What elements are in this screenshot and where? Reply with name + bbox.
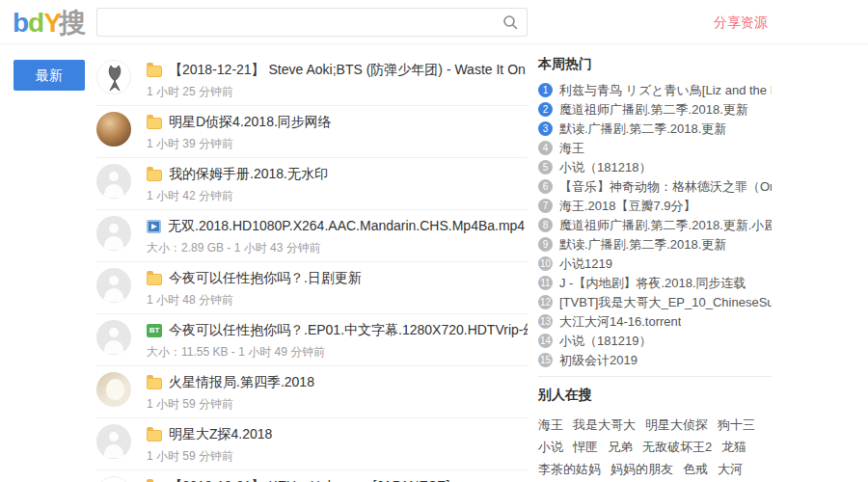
rank-badge: 1: [538, 83, 553, 97]
list-item[interactable]: 今夜可以任性抱你吗？.日剧更新 1 小时 48 分钟前: [96, 262, 528, 314]
default-avatar: [96, 424, 131, 459]
hot-item-label[interactable]: 【音乐】神奇动物：格林德沃之罪（Original ...: [559, 179, 772, 194]
hot-item[interactable]: 5小说（181218）: [538, 160, 772, 174]
list-item[interactable]: BT今夜可以任性抱你吗？.EP01.中文字幕.1280X720.HDTVrip-…: [96, 314, 528, 366]
hot-item[interactable]: 12[TVBT]我是大哥大_EP_10_ChineseSubbed_E...: [538, 295, 772, 309]
result-title[interactable]: 我的保姆手册.2018.无水印: [169, 166, 328, 183]
default-avatar: [96, 164, 131, 199]
search-tag[interactable]: 海王: [538, 415, 563, 436]
search-tag[interactable]: 龙猫: [721, 437, 746, 458]
hot-item-label[interactable]: 默读.广播剧.第二季.2018.更新: [559, 237, 726, 252]
right-sidebar: 本周热门 1利兹与青鸟 リズと青い鳥[Liz and the Blue B...…: [538, 56, 772, 482]
search-tag-cloud: 海王我是大哥大明星大侦探狗十三小说悍匪兄弟无敌破坏王2龙猫李茶的姑妈妈妈的朋友色…: [538, 414, 772, 482]
rank-badge: 3: [538, 121, 553, 136]
hot-item-label[interactable]: 小说1219: [559, 256, 612, 271]
result-title[interactable]: 火星情报局.第四季.2018: [169, 374, 314, 391]
hot-item-label[interactable]: 小说（181219）: [559, 334, 651, 348]
photo-avatar: [96, 112, 131, 147]
search-input[interactable]: [96, 8, 528, 37]
hot-item-label[interactable]: 大江大河14-16.torrent: [559, 314, 681, 329]
list-item[interactable]: 【2018-12-21】 Steve Aoki;BTS (防弹少年团) - Wa…: [96, 54, 528, 106]
result-title[interactable]: 明星D侦探4.2018.同步网络: [169, 114, 332, 131]
folder-icon: [147, 378, 162, 389]
rank-badge: 8: [538, 218, 553, 232]
hot-item-label[interactable]: 利兹与青鸟 リズと青い鳥[Liz and the Blue B...: [559, 83, 772, 97]
result-title[interactable]: 【2018-12-21】 KEY – Hologram [JAPANESE]: [169, 478, 449, 482]
search-tag[interactable]: 兄弟: [608, 437, 633, 458]
bt-icon: BT: [147, 324, 162, 337]
hot-item[interactable]: 7海王.2018【豆瓣7.9分】: [538, 199, 772, 213]
site-logo[interactable]: bdY搜: [13, 5, 85, 41]
result-meta: 大小：11.55 KB - 1 小时 49 分钟前: [147, 344, 528, 361]
hot-weekly-title: 本周热门: [538, 56, 772, 73]
result-meta: 大小：2.89 GB - 1 小时 43 分钟前: [147, 240, 528, 256]
hot-item[interactable]: 4海王: [538, 141, 772, 155]
search-tag[interactable]: 狗十三: [718, 415, 755, 436]
rank-badge: 9: [538, 237, 553, 252]
search-tag[interactable]: 无敌破坏王2: [642, 437, 712, 458]
hot-item[interactable]: 6【音乐】神奇动物：格林德沃之罪（Original ...: [538, 179, 772, 194]
hot-item[interactable]: 15初级会计2019: [538, 353, 772, 367]
list-item[interactable]: 明星D侦探4.2018.同步网络 1 小时 39 分钟前: [96, 106, 528, 158]
bear-avatar: [96, 372, 131, 407]
list-item[interactable]: 无双.2018.HD1080P.X264.AAC.Mandarin.CHS.Mp…: [96, 210, 528, 262]
hot-item-label[interactable]: 魔道祖师广播剧.第二季.2018.更新: [559, 102, 748, 117]
result-title[interactable]: 今夜可以任性抱你吗？.EP01.中文字幕.1280X720.HDTVrip-幻月…: [169, 322, 528, 339]
list-item[interactable]: 我的保姆手册.2018.无水印 1 小时 42 分钟前: [96, 158, 528, 210]
search-tag[interactable]: 李茶的姑妈: [538, 459, 601, 480]
hot-item-label[interactable]: 小说（181218）: [559, 160, 651, 174]
hot-item[interactable]: 10小说1219: [538, 256, 772, 271]
folder-icon: [147, 170, 162, 181]
hot-item-label[interactable]: 默读.广播剧.第二季.2018.更新: [559, 121, 726, 136]
hot-item[interactable]: 2魔道祖师广播剧.第二季.2018.更新: [538, 102, 772, 117]
top-header: bdY搜 分享资源: [0, 0, 868, 44]
result-title[interactable]: 无双.2018.HD1080P.X264.AAC.Mandarin.CHS.Mp…: [168, 218, 525, 235]
folder-icon: [147, 274, 162, 285]
list-item[interactable]: 明星大Z探4.2018 1 小时 59 分钟前: [96, 418, 528, 470]
hot-item-label[interactable]: 初级会计2019: [559, 353, 637, 367]
hot-weekly-list: 1利兹与青鸟 リズと青い鳥[Liz and the Blue B... 2魔道祖…: [538, 83, 772, 367]
others-searching-title: 别人在搜: [538, 387, 772, 404]
hot-item-label[interactable]: 海王: [559, 141, 584, 155]
result-meta: 1 小时 39 分钟前: [147, 136, 528, 152]
rank-badge: 2: [538, 102, 553, 117]
rank-badge: 10: [538, 256, 553, 271]
result-title[interactable]: 明星大Z探4.2018: [169, 426, 272, 443]
hot-item[interactable]: 1利兹与青鸟 リズと青い鳥[Liz and the Blue B...: [538, 83, 772, 97]
search-tag[interactable]: 小说: [538, 437, 563, 458]
hot-item-label[interactable]: 魔道祖师广播剧.第二季.2018.更新.小剧场: [559, 218, 772, 232]
result-meta: 1 小时 42 分钟前: [147, 188, 528, 204]
search-tag[interactable]: 妈妈的朋友: [610, 459, 673, 480]
result-list: 【2018-12-21】 Steve Aoki;BTS (防弹少年团) - Wa…: [96, 54, 528, 482]
hot-item-label[interactable]: 海王.2018【豆瓣7.9分】: [559, 199, 696, 213]
rank-badge: 12: [538, 295, 553, 309]
search-tag[interactable]: 我是大哥大: [573, 415, 636, 436]
logo-letter-y: Y: [43, 8, 59, 38]
hot-item[interactable]: 8魔道祖师广播剧.第二季.2018.更新.小剧场: [538, 218, 772, 232]
search-tag[interactable]: 悍匪: [573, 437, 598, 458]
rank-badge: 13: [538, 314, 553, 329]
list-item[interactable]: 火星情报局.第四季.2018 1 小时 59 分钟前: [96, 366, 528, 418]
hot-item-label[interactable]: J -【内地剧】将夜.2018.同步连载: [559, 276, 746, 290]
hot-item-label[interactable]: [TVBT]我是大哥大_EP_10_ChineseSubbed_E...: [559, 295, 772, 309]
share-resource-link[interactable]: 分享资源: [714, 14, 768, 32]
search-tag[interactable]: 大河: [718, 459, 743, 480]
hot-item[interactable]: 11J -【内地剧】将夜.2018.同步连载: [538, 276, 772, 290]
result-title[interactable]: 今夜可以任性抱你吗？.日剧更新: [169, 270, 362, 287]
search-box: [96, 8, 528, 37]
list-item[interactable]: 【2018-12-21】 KEY – Hologram [JAPANESE] 2…: [96, 470, 528, 482]
search-tag[interactable]: 明星大侦探: [645, 415, 708, 436]
rank-badge: 4: [538, 141, 553, 155]
hot-item[interactable]: 3默读.广播剧.第二季.2018.更新: [538, 121, 772, 136]
default-avatar: [96, 320, 131, 355]
search-tag[interactable]: 色戒: [683, 459, 708, 480]
result-meta: 1 小时 59 分钟前: [147, 396, 528, 413]
folder-icon: [147, 118, 162, 129]
result-meta: 1 小时 48 分钟前: [147, 292, 528, 308]
hot-item[interactable]: 13大江大河14-16.torrent: [538, 314, 772, 329]
hot-item[interactable]: 9默读.广播剧.第二季.2018.更新: [538, 237, 772, 252]
latest-tab-button[interactable]: 最新: [14, 60, 85, 91]
hot-item[interactable]: 14小说（181219）: [538, 334, 772, 348]
search-icon[interactable]: [502, 14, 518, 30]
result-title[interactable]: 【2018-12-21】 Steve Aoki;BTS (防弹少年团) - Wa…: [169, 62, 528, 79]
